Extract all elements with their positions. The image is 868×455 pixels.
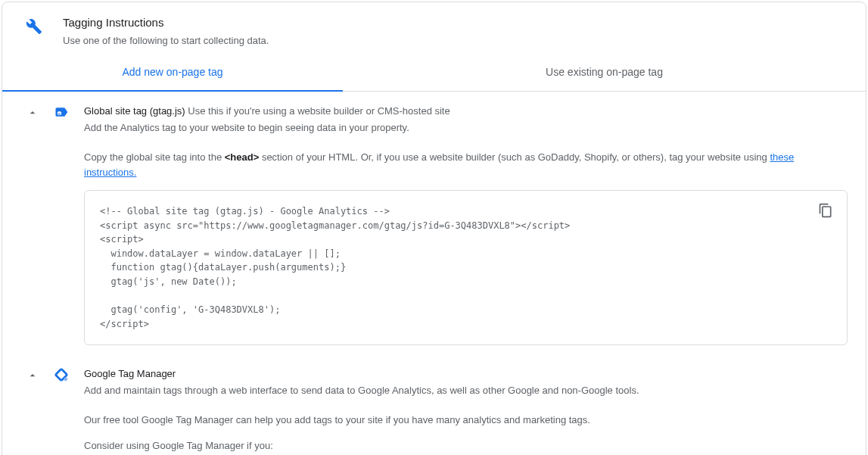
gtag-section: g Global site tag (gtag.js) Use this if … — [2, 92, 866, 362]
tab-add-new[interactable]: Add new on-page tag — [2, 54, 343, 91]
gtm-section: Google Tag Manager Add and maintain tags… — [2, 362, 866, 455]
gtag-title: Global site tag (gtag.js) — [84, 105, 185, 117]
gtm-subtitle: Add and maintain tags through a web inte… — [84, 383, 848, 398]
collapse-icon[interactable] — [25, 368, 40, 383]
gtm-title-line: Google Tag Manager — [84, 366, 848, 382]
code-snippet-box: <!-- Global site tag (gtag.js) - Google … — [84, 190, 848, 345]
head-tag-label: <head> — [225, 151, 260, 163]
svg-text:g: g — [58, 112, 61, 116]
tab-use-existing[interactable]: Use existing on-page tag — [343, 54, 866, 91]
code-snippet[interactable]: <!-- Global site tag (gtag.js) - Google … — [100, 204, 835, 331]
instr-text: Copy the global site tag into the — [84, 151, 225, 163]
page-subtitle: Use one of the following to start collec… — [63, 33, 851, 48]
tagging-instructions-card: Tagging Instructions Use one of the foll… — [2, 2, 866, 455]
gtag-title-suffix: Use this if you're using a website build… — [185, 105, 450, 117]
gtag-title-line: Global site tag (gtag.js) Use this if yo… — [84, 104, 848, 119]
gtm-para2: Consider using Google Tag Manager if you… — [84, 438, 848, 453]
gtm-para1: Our free tool Google Tag Manager can hel… — [84, 413, 848, 428]
gtm-title: Google Tag Manager — [84, 368, 176, 379]
page-title: Tagging Instructions — [63, 14, 851, 32]
gtag-instructions: Copy the global site tag into the <head>… — [84, 150, 848, 179]
wrench-icon — [25, 17, 43, 36]
collapse-icon[interactable] — [25, 105, 40, 120]
svg-point-3 — [64, 378, 67, 382]
card-header: Tagging Instructions Use one of the foll… — [2, 2, 866, 54]
instr-text-2: section of your HTML. Or, if you use a w… — [259, 151, 770, 163]
copy-icon[interactable] — [817, 201, 835, 220]
gtm-icon — [52, 366, 70, 384]
tag-icon: g — [52, 103, 70, 121]
gtag-subtitle: Add the Analytics tag to your website to… — [84, 120, 848, 136]
tabs: Add new on-page tag Use existing on-page… — [2, 54, 866, 92]
